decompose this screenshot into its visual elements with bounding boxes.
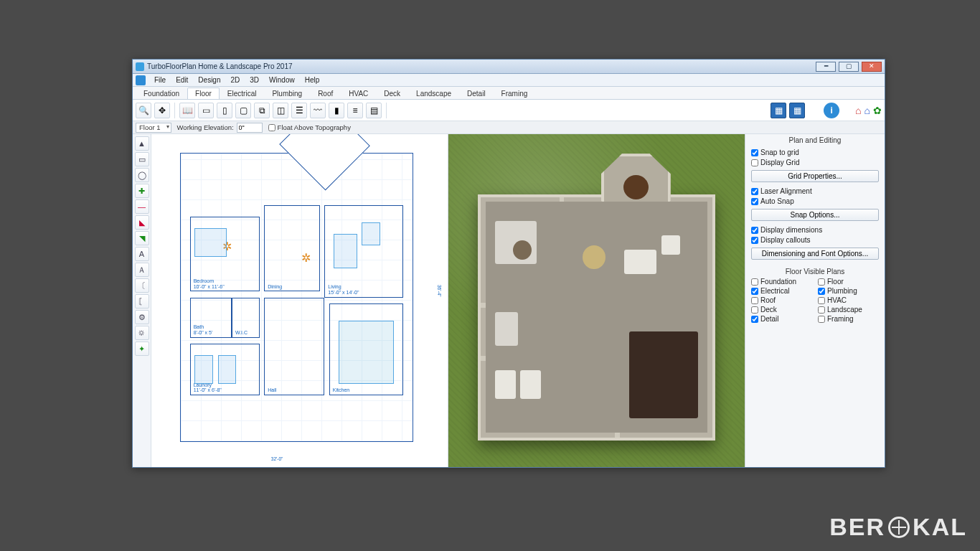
visible-hvac-checkbox[interactable]: HVAC <box>818 296 879 304</box>
viewport-3d[interactable] <box>448 134 745 467</box>
display-dimensions-checkbox[interactable]: Display dimensions <box>751 226 879 234</box>
tool-minus-icon[interactable]: ― <box>135 199 149 214</box>
house-blue-icon[interactable]: ⌂ <box>864 105 870 116</box>
maximize-button[interactable]: ▢ <box>839 62 859 72</box>
tool-gear-icon[interactable]: ⚙ <box>135 310 149 324</box>
menu-window[interactable]: Window <box>265 75 299 85</box>
auto-snap-checkbox[interactable]: Auto Snap <box>751 197 879 205</box>
tool-pointer-icon[interactable]: ▲ <box>135 136 149 151</box>
visible-deck-checkbox[interactable]: Deck <box>751 306 812 314</box>
tub-3d <box>495 312 518 346</box>
dim-bottom: 32'-0" <box>271 456 283 461</box>
close-button[interactable]: ✕ <box>862 62 882 72</box>
column-icon[interactable]: ▮ <box>329 103 344 118</box>
room-hall: Hall <box>264 298 324 395</box>
float-topography-checkbox[interactable]: Float Above Topography <box>268 123 351 131</box>
plan-sheet: Bedroom10'-0" x 11'-6" Bath8'-0" x 5' W.… <box>180 153 414 442</box>
room-bath: Bath8'-0" x 5' <box>190 298 232 338</box>
view-preset-a-icon[interactable]: ▦ <box>771 103 786 118</box>
display-callouts-checkbox[interactable]: Display callouts <box>751 236 879 244</box>
view-preset-b-icon[interactable]: ▦ <box>789 103 805 118</box>
table-icon[interactable]: ▤ <box>366 103 382 118</box>
window-icon[interactable]: ▢ <box>235 103 251 118</box>
house-red-icon[interactable]: ⌂ <box>855 105 861 116</box>
minimize-button[interactable]: ━ <box>816 62 836 72</box>
tab-landscape[interactable]: Landscape <box>408 88 459 99</box>
curtain-icon[interactable]: 〰 <box>310 103 326 118</box>
visible-foundation-checkbox[interactable]: Foundation <box>751 278 812 286</box>
zoom-icon[interactable]: 🔍 <box>136 103 151 118</box>
dining-table-3d <box>623 175 649 199</box>
visible-floor-checkbox[interactable]: Floor <box>818 278 879 286</box>
tab-floor[interactable]: Floor <box>187 88 220 99</box>
tool-select-rect-icon[interactable]: ▭ <box>135 152 149 166</box>
grid-properties-button[interactable]: Grid Properties... <box>751 170 879 182</box>
visible-roof-checkbox[interactable]: Roof <box>751 296 812 304</box>
watermark-post: KAL <box>913 513 967 541</box>
menubar: FileEditDesign2D3DWindowHelp <box>133 74 885 87</box>
tree-icon[interactable]: ✿ <box>873 105 882 116</box>
tool-corner-bl-icon[interactable]: ◣ <box>135 215 149 230</box>
elevation-input[interactable] <box>237 123 263 133</box>
info-icon[interactable]: i <box>824 103 839 118</box>
book-open-icon[interactable]: 📖 <box>179 103 195 118</box>
visible-landscape-checkbox[interactable]: Landscape <box>818 306 879 314</box>
tool-text-a-icon[interactable]: A <box>135 247 149 261</box>
watermark-glyph-icon <box>888 517 910 538</box>
floor-selector[interactable]: Floor 1 <box>136 123 171 133</box>
chair-plan <box>362 222 380 245</box>
visible-plumbing-checkbox[interactable]: Plumbing <box>818 287 879 295</box>
visible-framing-checkbox[interactable]: Framing <box>818 315 879 323</box>
floor-visible-title: Floor Visible Plans <box>751 268 879 276</box>
stage: TurboFloorPlan Home & Landscape Pro 2017… <box>0 0 980 551</box>
laser-alignment-checkbox[interactable]: Laser Alignment <box>751 187 879 195</box>
tool-select-lasso-icon[interactable]: ◯ <box>135 168 149 182</box>
tool-node-graph-icon[interactable]: ✦ <box>135 342 149 356</box>
panel-title: Plan and Editing <box>745 134 885 147</box>
tool-bracket-dbl-icon[interactable]: 〘 <box>135 294 149 309</box>
menu-design[interactable]: Design <box>194 75 225 85</box>
door-double-icon[interactable]: ⧉ <box>254 103 270 118</box>
tab-electrical[interactable]: Electrical <box>220 88 265 99</box>
render-3d <box>448 134 745 467</box>
bed-plan <box>194 228 227 257</box>
viewport-2d[interactable]: Bedroom10'-0" x 11'-6" Bath8'-0" x 5' W.… <box>151 134 448 467</box>
tab-plumbing[interactable]: Plumbing <box>264 88 310 99</box>
tool-pan-cross-icon[interactable]: ✚ <box>135 184 149 198</box>
room-label: Bath8'-0" x 5' <box>194 324 213 335</box>
visible-electrical-checkbox[interactable]: Electrical <box>751 287 812 295</box>
ceiling-fan-icon: ✲ <box>301 251 317 267</box>
snap-to-grid-checkbox[interactable]: Snap to grid <box>751 149 879 156</box>
railing-icon[interactable]: ≡ <box>347 103 363 118</box>
menu-edit[interactable]: Edit <box>171 75 192 85</box>
wall-icon[interactable]: ▭ <box>198 103 214 118</box>
window-bay-icon[interactable]: ◫ <box>273 103 288 118</box>
tab-foundation[interactable]: Foundation <box>136 88 187 99</box>
app-icon <box>136 62 144 71</box>
pan-icon[interactable]: ✥ <box>154 103 170 118</box>
menu-help[interactable]: Help <box>301 75 324 85</box>
bay-window-plan <box>279 134 369 190</box>
display-grid-checkbox[interactable]: Display Grid <box>751 159 879 166</box>
menu-file[interactable]: File <box>150 75 170 85</box>
room-label: Kitchen <box>333 387 349 393</box>
tab-deck[interactable]: Deck <box>376 88 408 99</box>
context-bar: Floor 1 Working Elevation: Float Above T… <box>133 121 885 134</box>
tab-hvac[interactable]: HVAC <box>341 88 376 99</box>
door-icon[interactable]: ▯ <box>217 103 232 118</box>
menu-3d[interactable]: 3D <box>245 75 263 85</box>
tab-detail[interactable]: Detail <box>459 88 494 99</box>
stairs-icon[interactable]: ☰ <box>291 103 307 118</box>
tool-text-a-outline-icon[interactable]: Ａ <box>135 263 149 277</box>
tool-bracket-icon[interactable]: 〔 <box>135 278 149 293</box>
dimensioning-options-button[interactable]: Dimensioning and Font Options... <box>751 248 879 260</box>
window-title: TurboFloorPlan Home & Landscape Pro 2017 <box>147 62 293 70</box>
tab-roof[interactable]: Roof <box>310 88 341 99</box>
tool-corner-tr-icon[interactable]: ◥ <box>135 231 149 245</box>
visible-detail-checkbox[interactable]: Detail <box>751 315 812 323</box>
tab-framing[interactable]: Framing <box>494 88 536 99</box>
main-toolbar: 🔍✥📖▭▯▢⧉◫☰〰▮≡▤ ▦ ▦ i ⌂ ⌂ ✿ <box>133 100 885 121</box>
snap-options-button[interactable]: Snap Options... <box>751 209 879 221</box>
tool-gear-group-icon[interactable]: ⛭ <box>135 326 149 340</box>
menu-2d[interactable]: 2D <box>227 75 245 85</box>
